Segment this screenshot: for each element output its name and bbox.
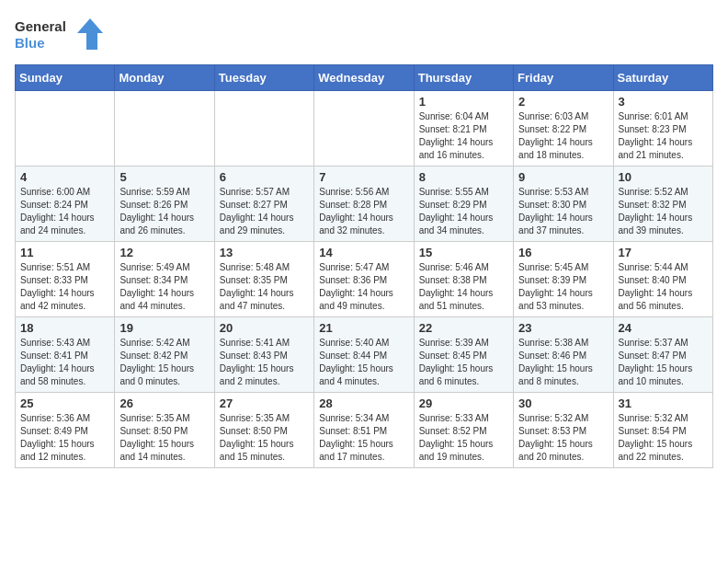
calendar-cell: 31Sunrise: 5:32 AM Sunset: 8:54 PM Dayli… xyxy=(613,393,712,468)
day-info: Sunrise: 5:35 AM Sunset: 8:50 PM Dayligh… xyxy=(119,412,209,464)
calendar-cell: 7Sunrise: 5:56 AM Sunset: 8:28 PM Daylig… xyxy=(314,167,414,242)
calendar-cell xyxy=(314,91,414,167)
calendar-week-row: 18Sunrise: 5:43 AM Sunset: 8:41 PM Dayli… xyxy=(16,317,713,393)
calendar-week-row: 4Sunrise: 6:00 AM Sunset: 8:24 PM Daylig… xyxy=(16,167,713,242)
day-number: 11 xyxy=(20,246,109,259)
calendar-cell: 29Sunrise: 5:33 AM Sunset: 8:52 PM Dayli… xyxy=(414,393,513,468)
calendar-cell: 18Sunrise: 5:43 AM Sunset: 8:41 PM Dayli… xyxy=(16,317,115,393)
calendar-cell xyxy=(214,91,313,167)
day-number: 7 xyxy=(319,170,408,184)
calendar-cell: 22Sunrise: 5:39 AM Sunset: 8:45 PM Dayli… xyxy=(414,317,513,393)
day-info: Sunrise: 5:39 AM Sunset: 8:45 PM Dayligh… xyxy=(419,337,508,388)
day-number: 26 xyxy=(119,396,209,410)
day-number: 29 xyxy=(419,396,508,410)
svg-text:General: General xyxy=(15,18,66,34)
day-number: 24 xyxy=(619,321,708,335)
day-number: 20 xyxy=(220,321,309,335)
calendar-cell: 28Sunrise: 5:34 AM Sunset: 8:51 PM Dayli… xyxy=(314,393,414,468)
day-info: Sunrise: 5:56 AM Sunset: 8:28 PM Dayligh… xyxy=(319,186,408,237)
day-number: 15 xyxy=(419,246,508,259)
calendar-day-header: Thursday xyxy=(414,65,513,91)
day-info: Sunrise: 5:53 AM Sunset: 8:30 PM Dayligh… xyxy=(518,186,608,237)
day-number: 4 xyxy=(20,170,109,184)
day-info: Sunrise: 5:52 AM Sunset: 8:32 PM Dayligh… xyxy=(619,186,708,237)
day-info: Sunrise: 5:40 AM Sunset: 8:44 PM Dayligh… xyxy=(319,337,408,388)
calendar-day-header: Saturday xyxy=(613,65,712,91)
calendar-cell: 27Sunrise: 5:35 AM Sunset: 8:50 PM Dayli… xyxy=(214,393,313,468)
day-info: Sunrise: 5:45 AM Sunset: 8:39 PM Dayligh… xyxy=(518,261,608,313)
day-number: 5 xyxy=(119,170,209,184)
day-info: Sunrise: 5:33 AM Sunset: 8:52 PM Dayligh… xyxy=(419,412,508,464)
calendar-cell: 15Sunrise: 5:46 AM Sunset: 8:38 PM Dayli… xyxy=(414,242,513,317)
day-info: Sunrise: 5:41 AM Sunset: 8:43 PM Dayligh… xyxy=(220,337,309,388)
calendar-cell: 2Sunrise: 6:03 AM Sunset: 8:22 PM Daylig… xyxy=(514,91,613,167)
day-number: 3 xyxy=(619,95,708,109)
day-info: Sunrise: 5:49 AM Sunset: 8:34 PM Dayligh… xyxy=(119,261,209,313)
day-number: 19 xyxy=(119,321,209,335)
day-info: Sunrise: 5:48 AM Sunset: 8:35 PM Dayligh… xyxy=(220,261,309,313)
calendar-day-header: Sunday xyxy=(16,65,115,91)
calendar-day-header: Wednesday xyxy=(314,65,414,91)
day-number: 2 xyxy=(518,95,608,109)
day-info: Sunrise: 5:36 AM Sunset: 8:49 PM Dayligh… xyxy=(20,412,109,464)
calendar-day-header: Friday xyxy=(514,65,613,91)
day-info: Sunrise: 5:32 AM Sunset: 8:54 PM Dayligh… xyxy=(619,412,708,464)
day-info: Sunrise: 5:44 AM Sunset: 8:40 PM Dayligh… xyxy=(619,261,708,313)
day-info: Sunrise: 5:59 AM Sunset: 8:26 PM Dayligh… xyxy=(119,186,209,237)
calendar-cell: 21Sunrise: 5:40 AM Sunset: 8:44 PM Dayli… xyxy=(314,317,414,393)
day-number: 28 xyxy=(319,396,408,410)
calendar-day-header: Monday xyxy=(115,65,214,91)
calendar-cell: 5Sunrise: 5:59 AM Sunset: 8:26 PM Daylig… xyxy=(115,167,214,242)
calendar-cell: 11Sunrise: 5:51 AM Sunset: 8:33 PM Dayli… xyxy=(16,242,115,317)
calendar-cell: 13Sunrise: 5:48 AM Sunset: 8:35 PM Dayli… xyxy=(214,242,313,317)
day-info: Sunrise: 5:51 AM Sunset: 8:33 PM Dayligh… xyxy=(20,261,109,313)
day-number: 12 xyxy=(119,246,209,259)
day-info: Sunrise: 5:57 AM Sunset: 8:27 PM Dayligh… xyxy=(220,186,309,237)
day-number: 31 xyxy=(619,396,708,410)
calendar-day-header: Tuesday xyxy=(214,65,313,91)
calendar-cell: 6Sunrise: 5:57 AM Sunset: 8:27 PM Daylig… xyxy=(214,167,313,242)
calendar-cell: 20Sunrise: 5:41 AM Sunset: 8:43 PM Dayli… xyxy=(214,317,313,393)
calendar-week-row: 1Sunrise: 6:04 AM Sunset: 8:21 PM Daylig… xyxy=(16,91,713,167)
day-info: Sunrise: 5:42 AM Sunset: 8:42 PM Dayligh… xyxy=(119,337,209,388)
day-info: Sunrise: 5:46 AM Sunset: 8:38 PM Dayligh… xyxy=(419,261,508,313)
calendar-cell: 26Sunrise: 5:35 AM Sunset: 8:50 PM Dayli… xyxy=(115,393,214,468)
day-number: 18 xyxy=(20,321,109,335)
day-info: Sunrise: 5:47 AM Sunset: 8:36 PM Dayligh… xyxy=(319,261,408,313)
day-number: 27 xyxy=(220,396,309,410)
svg-marker-2 xyxy=(77,18,103,50)
day-info: Sunrise: 6:04 AM Sunset: 8:21 PM Dayligh… xyxy=(419,110,508,162)
day-info: Sunrise: 5:55 AM Sunset: 8:29 PM Dayligh… xyxy=(419,186,508,237)
calendar-cell xyxy=(115,91,214,167)
day-info: Sunrise: 5:38 AM Sunset: 8:46 PM Dayligh… xyxy=(518,337,608,388)
day-info: Sunrise: 5:34 AM Sunset: 8:51 PM Dayligh… xyxy=(319,412,408,464)
day-number: 25 xyxy=(20,396,109,410)
calendar-cell: 4Sunrise: 6:00 AM Sunset: 8:24 PM Daylig… xyxy=(16,167,115,242)
calendar-cell: 30Sunrise: 5:32 AM Sunset: 8:53 PM Dayli… xyxy=(514,393,613,468)
calendar-cell: 23Sunrise: 5:38 AM Sunset: 8:46 PM Dayli… xyxy=(514,317,613,393)
day-number: 16 xyxy=(518,246,608,259)
calendar-table: SundayMondayTuesdayWednesdayThursdayFrid… xyxy=(15,64,713,468)
day-number: 10 xyxy=(619,170,708,184)
calendar-cell: 14Sunrise: 5:47 AM Sunset: 8:36 PM Dayli… xyxy=(314,242,414,317)
calendar-week-row: 11Sunrise: 5:51 AM Sunset: 8:33 PM Dayli… xyxy=(16,242,713,317)
calendar-header-row: SundayMondayTuesdayWednesdayThursdayFrid… xyxy=(16,65,713,91)
day-info: Sunrise: 5:43 AM Sunset: 8:41 PM Dayligh… xyxy=(20,337,109,388)
day-number: 22 xyxy=(419,321,508,335)
calendar-cell: 10Sunrise: 5:52 AM Sunset: 8:32 PM Dayli… xyxy=(613,167,712,242)
calendar-cell: 24Sunrise: 5:37 AM Sunset: 8:47 PM Dayli… xyxy=(613,317,712,393)
day-number: 6 xyxy=(220,170,309,184)
calendar-cell: 25Sunrise: 5:36 AM Sunset: 8:49 PM Dayli… xyxy=(16,393,115,468)
day-info: Sunrise: 5:32 AM Sunset: 8:53 PM Dayligh… xyxy=(518,412,608,464)
day-number: 14 xyxy=(319,246,408,259)
day-info: Sunrise: 5:35 AM Sunset: 8:50 PM Dayligh… xyxy=(220,412,309,464)
calendar-cell: 8Sunrise: 5:55 AM Sunset: 8:29 PM Daylig… xyxy=(414,167,513,242)
calendar-cell: 3Sunrise: 6:01 AM Sunset: 8:23 PM Daylig… xyxy=(613,91,712,167)
logo: General Blue xyxy=(15,15,107,55)
day-number: 30 xyxy=(518,396,608,410)
calendar-cell: 17Sunrise: 5:44 AM Sunset: 8:40 PM Dayli… xyxy=(613,242,712,317)
calendar-cell: 9Sunrise: 5:53 AM Sunset: 8:30 PM Daylig… xyxy=(514,167,613,242)
day-number: 17 xyxy=(619,246,708,259)
calendar-week-row: 25Sunrise: 5:36 AM Sunset: 8:49 PM Dayli… xyxy=(16,393,713,468)
day-info: Sunrise: 5:37 AM Sunset: 8:47 PM Dayligh… xyxy=(619,337,708,388)
